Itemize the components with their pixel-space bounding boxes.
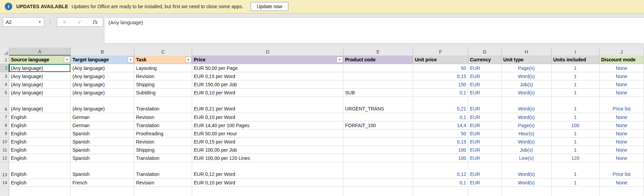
cell-D4[interactable]: EUR 150,00 per Job xyxy=(192,80,343,89)
cell-A9[interactable]: English xyxy=(9,130,71,138)
row-header-10[interactable]: 10 xyxy=(0,138,9,146)
cell-F14[interactable]: 0,1 xyxy=(413,179,468,187)
cell-I8[interactable]: 100 xyxy=(552,121,599,130)
cell-D11[interactable]: EUR 100,00 per Job xyxy=(192,146,343,154)
cell-B11[interactable]: Spanish xyxy=(71,146,134,154)
filter-dropdown-icon[interactable]: ▼ xyxy=(337,57,343,63)
cell-F15[interactable]: 0,14 xyxy=(413,187,468,196)
cell-G5[interactable]: EUR xyxy=(468,89,502,97)
cell-J4[interactable]: None xyxy=(599,80,644,89)
cell-B5[interactable]: (Any language) xyxy=(71,89,134,97)
cell-G7[interactable]: EUR xyxy=(468,113,502,121)
cell-D5[interactable]: EUR 0,10 per Word xyxy=(192,89,343,97)
cell-D10[interactable]: EUR 0,15 per Word xyxy=(192,138,343,146)
cell-H9[interactable]: Hour(s) xyxy=(502,130,552,138)
cell-J10[interactable]: None xyxy=(599,138,644,146)
row-header-15[interactable]: 15 xyxy=(0,187,9,196)
select-all-corner[interactable] xyxy=(0,48,9,56)
cell-J2[interactable]: None xyxy=(599,64,644,72)
cell-G12[interactable]: EUR xyxy=(468,154,502,162)
cell-H3[interactable]: Word(s) xyxy=(502,72,552,80)
enter-icon[interactable]: ✓ xyxy=(78,19,82,25)
cell-H6[interactable]: Word(s) xyxy=(502,97,552,113)
cell-J3[interactable]: None xyxy=(599,72,644,80)
cell-C2[interactable]: Layouting xyxy=(134,64,192,72)
row-header-8[interactable]: 8 xyxy=(0,121,9,130)
row-header-14[interactable]: 14 xyxy=(0,179,9,187)
cell-E6[interactable]: URGENT_TRANS xyxy=(343,97,413,113)
cell-J11[interactable]: None xyxy=(599,146,644,154)
cell-B3[interactable]: (Any language) xyxy=(71,72,134,80)
cell-I12[interactable]: 120 xyxy=(552,154,599,162)
cell-G9[interactable]: EUR xyxy=(468,130,502,138)
column-header-F[interactable]: F xyxy=(413,48,468,56)
cell-B7[interactable]: German xyxy=(71,113,134,121)
cell-C5[interactable]: Subtitling xyxy=(134,89,192,97)
cell-J13[interactable]: Price list xyxy=(599,162,644,179)
cell-F3[interactable]: 0,15 xyxy=(413,72,468,80)
cell-H13[interactable]: Word(s) xyxy=(502,162,552,179)
cell-C8[interactable]: Translation xyxy=(134,121,192,130)
cell-F5[interactable]: 0,1 xyxy=(413,89,468,97)
cell-F4[interactable]: 150 xyxy=(413,80,468,89)
cell-I3[interactable]: 1 xyxy=(552,72,599,80)
cell-I6[interactable]: 1 xyxy=(552,97,599,113)
cell-J9[interactable]: None xyxy=(599,130,644,138)
cell-J6[interactable]: Price list xyxy=(599,97,644,113)
cell-B8[interactable]: German xyxy=(71,121,134,130)
cell-B13[interactable]: Spanish xyxy=(71,162,134,179)
cell-I15[interactable]: 1 xyxy=(552,187,599,196)
cell-G13[interactable]: EUR xyxy=(468,162,502,179)
name-box-dropdown-icon[interactable]: ▼ xyxy=(38,20,44,24)
cell-H5[interactable]: Word(s) xyxy=(502,89,552,97)
filter-dropdown-icon[interactable]: ▼ xyxy=(185,57,191,63)
row-header-3[interactable]: 3 xyxy=(0,72,9,80)
cell-G11[interactable]: EUR xyxy=(468,146,502,154)
cell-J7[interactable]: None xyxy=(599,113,644,121)
cell-G4[interactable]: EUR xyxy=(468,80,502,89)
cell-H7[interactable]: Word(s) xyxy=(502,113,552,121)
cell-H8[interactable]: Page(s) xyxy=(502,121,552,130)
cell-C3[interactable]: Revision xyxy=(134,72,192,80)
cell-F6[interactable]: 0,21 xyxy=(413,97,468,113)
column-header-I[interactable]: I xyxy=(552,48,599,56)
cell-A2[interactable]: (Any language) xyxy=(9,64,71,72)
cell-C13[interactable]: Translation xyxy=(134,162,192,179)
cell-I5[interactable]: 1 xyxy=(552,89,599,97)
cell-E9[interactable] xyxy=(343,130,413,138)
cancel-icon[interactable]: ✕ xyxy=(63,19,67,25)
cell-E3[interactable] xyxy=(343,72,413,80)
cell-I10[interactable]: 1 xyxy=(552,138,599,146)
cell-C7[interactable]: Revision xyxy=(134,113,192,121)
cell-C1[interactable]: Task▼ xyxy=(134,56,192,64)
cell-I2[interactable]: 1 xyxy=(552,64,599,72)
cell-H15[interactable]: Word(s) xyxy=(502,187,552,196)
cell-A4[interactable]: (Any language) xyxy=(9,80,71,89)
cell-E8[interactable]: FORFAIT_100 xyxy=(343,121,413,130)
cell-I4[interactable]: 1 xyxy=(552,80,599,89)
cell-E11[interactable] xyxy=(343,146,413,154)
row-header-4[interactable]: 4 xyxy=(0,80,9,89)
cell-E13[interactable] xyxy=(343,162,413,179)
row-header-12[interactable]: 12 xyxy=(0,154,9,162)
cell-G2[interactable]: EUR xyxy=(468,64,502,72)
filter-dropdown-icon[interactable]: ▼ xyxy=(64,57,70,63)
cell-I7[interactable]: 1 xyxy=(552,113,599,121)
column-header-J[interactable]: J xyxy=(599,48,644,56)
cell-F13[interactable]: 0,12 xyxy=(413,162,468,179)
cell-D14[interactable]: EUR 0,10 per Word xyxy=(192,179,343,187)
cell-D6[interactable]: EUR 0,21 per Word xyxy=(192,97,343,113)
cell-B15[interactable]: French xyxy=(71,187,134,196)
cell-J1[interactable]: Discount mode xyxy=(599,56,644,64)
cell-H12[interactable]: Line(s) xyxy=(502,154,552,162)
formula-input[interactable]: (Any language) xyxy=(104,17,644,44)
cell-D2[interactable]: EUR 50,00 per Page xyxy=(192,64,343,72)
cell-G3[interactable]: EUR xyxy=(468,72,502,80)
cell-D3[interactable]: EUR 0,15 per Word xyxy=(192,72,343,80)
column-header-B[interactable]: B xyxy=(71,48,134,56)
name-box[interactable]: A2 ▼ xyxy=(3,17,44,27)
cell-C6[interactable]: Translation xyxy=(134,97,192,113)
column-header-E[interactable]: E xyxy=(343,48,413,56)
cell-C15[interactable]: Translation xyxy=(134,187,192,196)
cell-I14[interactable]: 1 xyxy=(552,179,599,187)
